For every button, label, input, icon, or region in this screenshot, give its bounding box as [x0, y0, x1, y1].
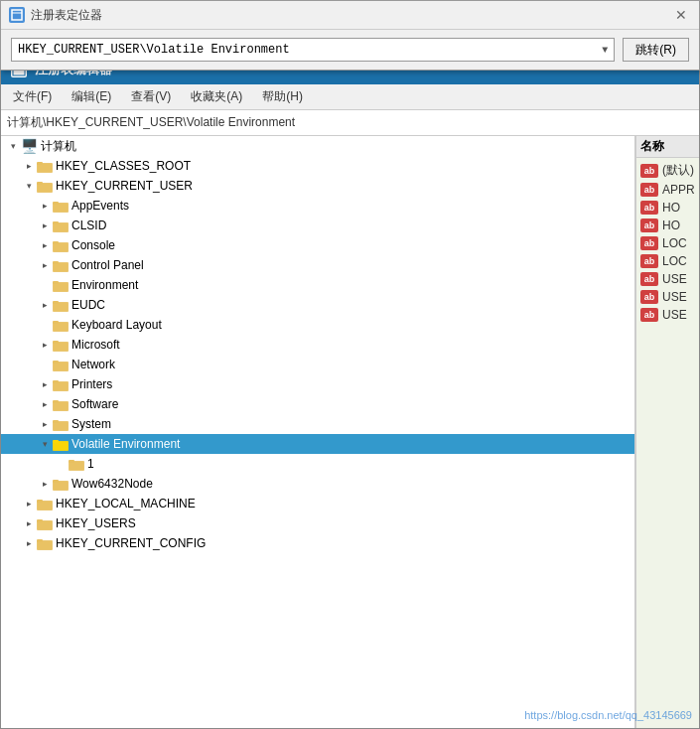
right-item-label: USE [662, 308, 687, 322]
expand-icon[interactable]: ▸ [21, 496, 37, 511]
right-panel-item[interactable]: abLOC [636, 234, 699, 252]
tree-item-software[interactable]: ▸ Software [1, 394, 634, 414]
folder-icon [53, 398, 69, 411]
jump-button[interactable]: 跳转(R) [623, 38, 689, 62]
expand-icon[interactable]: ▸ [37, 376, 53, 392]
folder-icon [53, 438, 69, 451]
tree-label: Software [71, 397, 118, 411]
right-panel-item[interactable]: abUSE [636, 306, 699, 324]
tree-item-hku[interactable]: ▸ HKEY_USERS [1, 513, 634, 533]
tree-item-appevents[interactable]: ▸ AppEvents [1, 196, 634, 216]
tree-item-microsoft[interactable]: ▸ Microsoft [1, 335, 634, 355]
tree-label: AppEvents [71, 199, 129, 213]
svg-rect-55 [54, 482, 68, 490]
right-panel-item[interactable]: abAPPR [636, 181, 699, 199]
right-panel-item[interactable]: abLOC [636, 252, 699, 270]
tree-item-network[interactable]: Network [1, 355, 634, 374]
expand-icon[interactable]: ▾ [37, 436, 53, 452]
folder-icon [53, 478, 69, 491]
ab-icon: ab [640, 164, 658, 178]
tree-item-wow6432[interactable]: ▸ Wow6432Node [1, 474, 634, 494]
tree-item-hkcc[interactable]: ▸ HKEY_CURRENT_CONFIG [1, 533, 634, 553]
expand-icon[interactable]: ▸ [37, 218, 53, 233]
tree-item-volatile_1[interactable]: 1 [1, 454, 634, 474]
ab-icon: ab [640, 308, 658, 322]
expand-icon[interactable]: ▸ [37, 297, 53, 313]
tree-item-hklm[interactable]: ▸ HKEY_LOCAL_MACHINE [1, 494, 634, 513]
svg-rect-64 [38, 541, 52, 549]
expand-icon[interactable]: ▾ [5, 138, 21, 154]
tree-label: Microsoft [71, 338, 120, 352]
tree-label: Volatile Environment [71, 437, 180, 451]
expand-icon[interactable]: ▸ [21, 535, 37, 551]
expand-icon[interactable]: ▸ [37, 198, 53, 214]
expand-icon[interactable]: ▸ [21, 515, 37, 531]
folder-icon [53, 279, 69, 292]
svg-rect-43 [54, 402, 68, 410]
right-panel-item[interactable]: abHO [636, 199, 699, 217]
tree-item-clsid[interactable]: ▸ CLSID [1, 216, 634, 235]
ab-icon: ab [640, 219, 658, 232]
tree-item-eudc[interactable]: ▸ EUDC [1, 295, 634, 315]
folder-icon [53, 319, 69, 332]
dropdown-arrow-icon[interactable]: ▼ [602, 45, 608, 56]
menu-favorites[interactable]: 收藏夹(A) [183, 86, 250, 107]
tree-panel[interactable]: ▾🖥️计算机▸ HKEY_CLASSES_ROOT▾ HKEY_CURRENT_… [1, 136, 636, 728]
menu-help[interactable]: 帮助(H) [254, 86, 311, 107]
tree-item-keyboardlayout[interactable]: Keyboard Layout [1, 315, 634, 335]
tree-item-console[interactable]: ▸ Console [1, 235, 634, 255]
right-item-label: USE [662, 272, 687, 286]
tree-label: 1 [87, 457, 94, 471]
svg-rect-16 [54, 223, 68, 231]
tree-item-computer[interactable]: ▾🖥️计算机 [1, 136, 634, 156]
expand-icon[interactable]: ▸ [37, 396, 53, 412]
right-item-label: LOC [662, 236, 687, 250]
svg-rect-40 [54, 382, 68, 390]
menu-view[interactable]: 查看(V) [123, 86, 179, 107]
tree-label: Printers [71, 377, 112, 391]
close-button[interactable]: ✕ [671, 5, 691, 25]
tree-item-controlpanel[interactable]: ▸ Control Panel [1, 255, 634, 275]
expand-icon[interactable]: ▾ [21, 178, 37, 194]
expand-icon[interactable]: ▸ [37, 257, 53, 273]
locator-icon [9, 7, 25, 23]
tree-item-hkcr[interactable]: ▸ HKEY_CLASSES_ROOT [1, 156, 634, 176]
right-panel-item[interactable]: ab(默认) [636, 160, 699, 181]
tree-label: HKEY_USERS [56, 516, 136, 530]
folder-icon [53, 418, 69, 431]
tree-item-system[interactable]: ▸ System [1, 414, 634, 434]
tree-item-hkcu[interactable]: ▾ HKEY_CURRENT_USER [1, 176, 634, 196]
tree-item-printers[interactable]: ▸ Printers [1, 374, 634, 394]
expand-icon[interactable]: ▸ [21, 158, 37, 174]
tree-item-volatile[interactable]: ▾ Volatile Environment [1, 434, 634, 454]
expand-icon[interactable]: ▸ [37, 337, 53, 353]
svg-rect-61 [38, 521, 52, 529]
expand-icon[interactable]: ▸ [37, 476, 53, 492]
tree-label: System [71, 417, 111, 431]
right-panel-item[interactable]: abUSE [636, 288, 699, 306]
computer-icon: 🖥️ [21, 138, 38, 154]
tree-label: HKEY_CURRENT_USER [56, 179, 193, 193]
right-item-label: HO [662, 201, 680, 215]
tree-item-environment[interactable]: Environment [1, 275, 634, 295]
right-panel-item[interactable]: abHO [636, 217, 699, 234]
svg-rect-7 [38, 164, 52, 172]
folder-icon [37, 180, 53, 193]
tree-label: EUDC [71, 298, 105, 312]
right-panel-item[interactable]: abUSE [636, 270, 699, 288]
menu-file[interactable]: 文件(F) [5, 86, 60, 107]
locator-titlebar-left: 注册表定位器 [9, 7, 102, 24]
svg-rect-34 [54, 343, 68, 351]
tree-label: HKEY_CURRENT_CONFIG [56, 536, 206, 550]
svg-rect-31 [54, 323, 68, 331]
expand-icon[interactable]: ▸ [37, 237, 53, 253]
folder-icon [37, 537, 53, 550]
expand-icon[interactable]: ▸ [37, 416, 53, 432]
locator-input[interactable]: HKEY_CURRENT_USER\Volatile Environment ▼ [11, 38, 615, 62]
folder-icon [53, 219, 69, 232]
right-panel-items: ab(默认)abAPPRabHOabHOabLOCabLOCabUSEabUSE… [636, 158, 699, 326]
tree-label: Control Panel [71, 258, 144, 272]
menu-edit[interactable]: 编辑(E) [64, 86, 119, 107]
ab-icon: ab [640, 290, 658, 304]
locator-input-text: HKEY_CURRENT_USER\Volatile Environment [18, 43, 290, 57]
